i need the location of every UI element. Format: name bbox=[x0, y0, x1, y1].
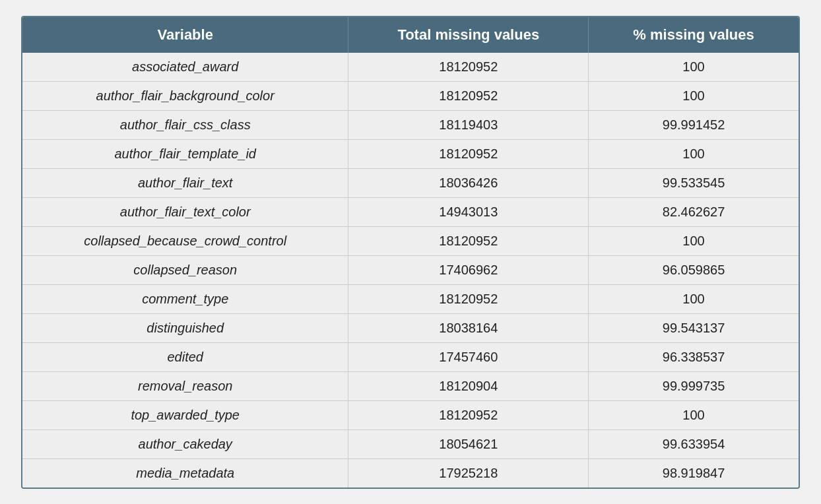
cell-total-missing: 18120952 bbox=[348, 139, 589, 168]
cell-total-missing: 18120952 bbox=[348, 53, 589, 82]
table-row: removal_reason1812090499.999735 bbox=[22, 371, 799, 400]
cell-variable: collapsed_reason bbox=[22, 255, 348, 284]
cell-percent-missing: 82.462627 bbox=[589, 197, 799, 226]
cell-variable: collapsed_because_crowd_control bbox=[22, 226, 348, 255]
cell-total-missing: 18054621 bbox=[348, 429, 589, 458]
cell-variable: edited bbox=[22, 342, 348, 371]
cell-variable: author_flair_template_id bbox=[22, 139, 348, 168]
cell-percent-missing: 100 bbox=[589, 400, 799, 429]
cell-variable: comment_type bbox=[22, 284, 348, 313]
table-row: collapsed_reason1740696296.059865 bbox=[22, 255, 799, 284]
table-header-row: Variable Total missing values % missing … bbox=[22, 17, 799, 53]
cell-total-missing: 18120952 bbox=[348, 81, 589, 110]
table-row: associated_award18120952100 bbox=[22, 53, 799, 82]
header-percent-missing: % missing values bbox=[589, 17, 799, 53]
cell-variable: author_flair_css_class bbox=[22, 110, 348, 139]
cell-total-missing: 14943013 bbox=[348, 197, 589, 226]
cell-percent-missing: 99.533545 bbox=[589, 168, 799, 197]
cell-variable: media_metadata bbox=[22, 458, 348, 488]
cell-percent-missing: 100 bbox=[589, 81, 799, 110]
cell-variable: author_flair_text_color bbox=[22, 197, 348, 226]
cell-total-missing: 17925218 bbox=[348, 458, 589, 488]
cell-percent-missing: 96.338537 bbox=[589, 342, 799, 371]
missing-values-table-container: Variable Total missing values % missing … bbox=[21, 16, 800, 489]
table-row: author_flair_background_color18120952100 bbox=[22, 81, 799, 110]
table-row: media_metadata1792521898.919847 bbox=[22, 458, 799, 488]
cell-total-missing: 18120952 bbox=[348, 400, 589, 429]
table-row: author_flair_css_class1811940399.991452 bbox=[22, 110, 799, 139]
cell-percent-missing: 99.999735 bbox=[589, 371, 799, 400]
table-row: comment_type18120952100 bbox=[22, 284, 799, 313]
cell-total-missing: 18119403 bbox=[348, 110, 589, 139]
cell-percent-missing: 100 bbox=[589, 53, 799, 82]
cell-total-missing: 18120952 bbox=[348, 284, 589, 313]
table-row: edited1745746096.338537 bbox=[22, 342, 799, 371]
cell-variable: removal_reason bbox=[22, 371, 348, 400]
header-total-missing: Total missing values bbox=[348, 17, 589, 53]
cell-total-missing: 18038164 bbox=[348, 313, 589, 342]
table-row: distinguished1803816499.543137 bbox=[22, 313, 799, 342]
table-row: author_cakeday1805462199.633954 bbox=[22, 429, 799, 458]
cell-total-missing: 18036426 bbox=[348, 168, 589, 197]
cell-percent-missing: 99.543137 bbox=[589, 313, 799, 342]
cell-percent-missing: 98.919847 bbox=[589, 458, 799, 488]
cell-total-missing: 17457460 bbox=[348, 342, 589, 371]
cell-percent-missing: 100 bbox=[589, 284, 799, 313]
header-variable: Variable bbox=[22, 17, 348, 53]
table-row: author_flair_template_id18120952100 bbox=[22, 139, 799, 168]
cell-variable: top_awarded_type bbox=[22, 400, 348, 429]
cell-total-missing: 17406962 bbox=[348, 255, 589, 284]
table-body: associated_award18120952100author_flair_… bbox=[22, 53, 799, 488]
cell-percent-missing: 99.633954 bbox=[589, 429, 799, 458]
cell-percent-missing: 100 bbox=[589, 139, 799, 168]
cell-variable: distinguished bbox=[22, 313, 348, 342]
cell-total-missing: 18120904 bbox=[348, 371, 589, 400]
table-row: author_flair_text_color1494301382.462627 bbox=[22, 197, 799, 226]
table-row: top_awarded_type18120952100 bbox=[22, 400, 799, 429]
cell-variable: author_flair_background_color bbox=[22, 81, 348, 110]
cell-percent-missing: 96.059865 bbox=[589, 255, 799, 284]
table-row: author_flair_text1803642699.533545 bbox=[22, 168, 799, 197]
cell-total-missing: 18120952 bbox=[348, 226, 589, 255]
cell-variable: author_cakeday bbox=[22, 429, 348, 458]
table-row: collapsed_because_crowd_control181209521… bbox=[22, 226, 799, 255]
cell-variable: associated_award bbox=[22, 53, 348, 82]
missing-values-table: Variable Total missing values % missing … bbox=[22, 17, 799, 488]
cell-percent-missing: 100 bbox=[589, 226, 799, 255]
cell-variable: author_flair_text bbox=[22, 168, 348, 197]
cell-percent-missing: 99.991452 bbox=[589, 110, 799, 139]
